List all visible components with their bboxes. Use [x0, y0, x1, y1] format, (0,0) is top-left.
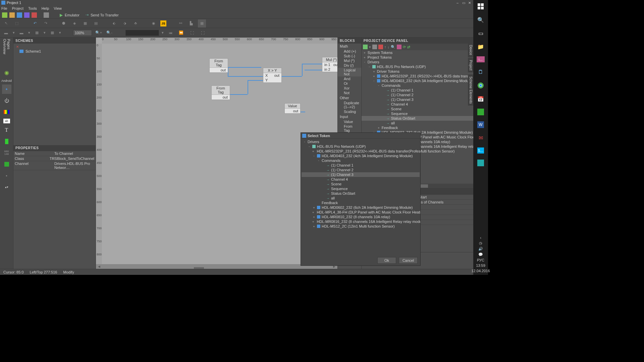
tree-row[interactable]: →Sequence [362, 111, 473, 116]
tray-volume-icon[interactable]: 🔊 [478, 247, 483, 251]
blocks-item[interactable]: Or [338, 81, 361, 86]
text-button[interactable]: T [2, 125, 11, 135]
block-mul[interactable]: Mul (*) in 1out in 2 [322, 57, 337, 72]
misc-button[interactable]: ▫ [2, 171, 11, 180]
tag-icon[interactable] [397, 45, 401, 49]
sync-icon[interactable]: ⇄ [407, 45, 410, 49]
link-icon[interactable]: ⚯ [176, 19, 184, 27]
tree-row[interactable]: -Drivers [302, 139, 420, 144]
upload-icon[interactable] [44, 12, 49, 18]
tree-row[interactable]: +Driver Tokens [362, 69, 473, 74]
blocks-item[interactable]: Duplicate (1-->2) [338, 101, 361, 109]
group-icon[interactable]: ⬢ [60, 19, 68, 27]
tree-row[interactable]: -HDL-BUS Pro Network (UDP) [302, 144, 420, 149]
tree-row[interactable]: +HDL-MS12_2C (12in1 Multi function Senso… [302, 224, 420, 229]
save-as-icon[interactable] [24, 12, 30, 18]
refresh-icon[interactable]: ⟳ [403, 45, 406, 49]
tray-network-icon[interactable]: ◷ [479, 241, 482, 245]
blocks-item[interactable]: Scaling [338, 109, 361, 114]
tree-row[interactable]: -Drivers [362, 60, 473, 64]
tray-date[interactable]: 12.04.2016 [471, 269, 490, 273]
ok-button[interactable]: Ok [377, 257, 396, 264]
tree-row[interactable]: →Channel 4 [362, 102, 473, 107]
tree-row[interactable]: +HDL-MD0602_232 (6ch 2A Intelligent Dimm… [302, 205, 420, 210]
emulator-button[interactable]: Emulator [65, 13, 79, 17]
grid-icon[interactable]: ▤ [92, 19, 100, 27]
tray-time[interactable]: 13:59 [476, 263, 485, 267]
menu-tools[interactable]: Tools [28, 6, 37, 10]
menu-help[interactable]: Help [42, 6, 49, 10]
tray-notif-icon[interactable]: 💬 [478, 252, 483, 257]
blocks-item[interactable]: Div (/) [338, 63, 361, 68]
down-icon[interactable]: ↓ [387, 45, 389, 49]
dialog-tree[interactable]: -Drivers-HDL-BUS Pro Network (UDP)+HDL-M… [301, 139, 420, 255]
block-value[interactable]: Value out [284, 103, 301, 114]
block-x-gt-y[interactable]: X > Y Xout Y [263, 68, 282, 83]
tree-row[interactable]: -HDL-MD0403_232 (4ch 3A Intelligent Dimm… [302, 154, 420, 158]
green-button[interactable] [2, 160, 11, 169]
blocks-item[interactable]: Xor [338, 86, 361, 90]
tree-row[interactable]: +Feedback [362, 125, 473, 130]
up-icon[interactable]: ↑ [384, 45, 386, 49]
minimize-button[interactable]: – [455, 0, 460, 5]
js-icon[interactable]: JS [160, 20, 166, 26]
p-button[interactable]: ✦ [2, 84, 11, 94]
tree-row[interactable]: →(1) Channel 1 [302, 163, 420, 168]
ungroup-icon[interactable]: ◈ [70, 19, 78, 27]
fit1-icon[interactable]: ⛶ [188, 29, 196, 37]
tree-row[interactable]: →Sequence [302, 186, 420, 191]
tree-row[interactable]: +HDL-MRS232IP_231 (RS232<->HDL-BUS data … [362, 74, 473, 78]
prev-icon[interactable]: ⏪ [177, 29, 185, 37]
menu-project[interactable]: Project [12, 6, 23, 10]
menu-file[interactable]: File [1, 6, 7, 10]
zoom-combo[interactable]: 100% [73, 30, 92, 36]
teal-app-icon[interactable] [477, 160, 484, 166]
dock-scheme-elements[interactable]: Scheme Elements [468, 74, 473, 106]
shape1-icon[interactable]: ⬖ [110, 19, 118, 27]
tree-row[interactable]: →Channel 4 [302, 177, 420, 182]
save-icon[interactable] [17, 12, 22, 18]
power-button[interactable]: ⏻ [2, 96, 11, 105]
align3-icon[interactable]: ▦ [33, 29, 41, 37]
tree-row[interactable]: →(1) Channel 3 [362, 97, 473, 102]
green-app-icon[interactable] [477, 109, 484, 115]
cancel-button[interactable]: Cancel [399, 257, 418, 264]
taskview-icon[interactable]: ▭ [477, 29, 484, 37]
tree-row[interactable]: +HDL-MRS232IP_231 (RS232<->HDL-BUS data … [302, 149, 420, 154]
search-icon[interactable]: 🔍 [477, 16, 484, 23]
new-icon[interactable] [2, 12, 7, 18]
ab2-button[interactable]: ▴▾ [2, 182, 11, 192]
shape3-icon[interactable]: ⬘ [131, 19, 140, 27]
menu-view[interactable]: View [54, 6, 62, 10]
skype-icon[interactable]: S… [477, 147, 484, 154]
tree-row[interactable]: +System Tokens [362, 50, 473, 55]
zoom-in-icon[interactable]: 🔍+ [95, 29, 103, 37]
tree-row[interactable]: +HDL-MR0810_232 (8 channels 10A relay) [302, 215, 420, 219]
tree-row[interactable]: →Status OnStart [302, 191, 420, 196]
blocks-item[interactable]: Logical Not [338, 68, 361, 76]
align1-icon[interactable]: ▬ [2, 29, 10, 37]
dock-device[interactable]: Device [468, 43, 473, 57]
props-row[interactable]: ClassTRSBlock_SendToChannel [13, 156, 96, 161]
redo-icon[interactable]: ↷ [42, 19, 50, 27]
scheme-item[interactable]: Scheme1 [15, 49, 94, 54]
blocks-item[interactable]: Value [338, 119, 361, 124]
scheme-close-icon[interactable]: ✕ [15, 45, 94, 49]
align-icon[interactable]: ▦ [81, 19, 89, 27]
tree-row[interactable]: →Scene [302, 182, 420, 186]
shape2-icon[interactable]: ⬗ [121, 19, 129, 27]
export-icon[interactable] [32, 12, 37, 18]
tray-lang[interactable]: РУС [477, 258, 484, 262]
word-icon[interactable]: W [477, 121, 484, 128]
chrome-icon[interactable] [477, 82, 484, 89]
blocks-item[interactable]: And [338, 76, 361, 81]
tree-row[interactable]: →Scene [362, 107, 473, 111]
fit2-icon[interactable]: ⛶ [199, 29, 207, 37]
block-from-tag-1[interactable]: From Tag out [209, 58, 228, 73]
play-icon[interactable]: ▶ [60, 13, 63, 17]
delete-icon[interactable] [378, 45, 383, 49]
notes-icon[interactable]: 🗒 [477, 68, 484, 76]
close-button[interactable]: ✕ [467, 0, 472, 5]
tree-row[interactable]: →Status OnStart [362, 116, 473, 121]
search-icon[interactable]: 🔍 [391, 45, 395, 49]
